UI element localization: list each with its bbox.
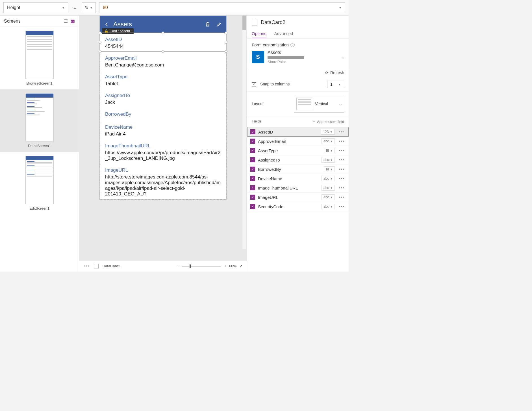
field-more-button[interactable]: •••	[338, 158, 346, 162]
formula-bar: Height ▼ = fx ▼ 80 ▼	[0, 0, 349, 16]
chevron-down-icon[interactable]: ⌵	[342, 55, 344, 59]
field-type-selector[interactable]: 123▼	[321, 129, 335, 135]
field-type-selector[interactable]: abc▼	[322, 194, 335, 200]
data-card[interactable]: ImageThumbnailURLhttps://www.apple.com/b…	[100, 139, 226, 163]
datasource-type: SharePoint	[268, 60, 338, 64]
breadcrumb-label[interactable]: DataCard2	[103, 264, 120, 268]
snap-checkbox[interactable]	[252, 82, 256, 87]
chevron-down-icon: ▼	[62, 6, 65, 9]
field-checkbox[interactable]: ✓	[250, 148, 255, 153]
back-icon[interactable]	[104, 22, 109, 27]
field-checkbox[interactable]: ✓	[250, 129, 255, 134]
selection-handle[interactable]	[99, 31, 101, 34]
field-more-button[interactable]: •••	[338, 139, 346, 143]
chevron-down-icon: ▼	[330, 149, 333, 152]
more-icon[interactable]: •••	[84, 264, 90, 268]
zoom-slider[interactable]	[182, 266, 221, 266]
detail-form[interactable]: AssetID4545444ApproverEmailBen.Change@co…	[100, 33, 226, 199]
chevron-down-icon: ▼	[330, 158, 333, 162]
screen-thumb-detail[interactable]: DetailScreen1	[0, 89, 79, 152]
refresh-button[interactable]: ⟳ Refresh	[247, 68, 349, 77]
field-row[interactable]: ✓AssetID123▼•••	[247, 127, 349, 137]
field-row[interactable]: ✓ImageURLabc▼•••	[247, 193, 349, 202]
trash-icon[interactable]	[205, 21, 210, 27]
field-row[interactable]: ✓ApproverEmailabc▼•••	[247, 137, 349, 146]
field-value: Tablet	[105, 81, 221, 87]
grid-view-icon[interactable]: ▦	[71, 18, 75, 24]
field-checkbox[interactable]: ✓	[250, 157, 255, 162]
datasource-row[interactable]: S Assets SharePoint ⌵	[252, 50, 344, 64]
field-checkbox[interactable]: ✓	[250, 185, 255, 190]
columns-select[interactable]: 1 ▼	[327, 81, 344, 88]
snap-to-columns-row: Snap to columns 1 ▼	[247, 77, 349, 92]
data-card[interactable]: AssetTypeTablet	[100, 70, 226, 89]
screen-thumb-browse[interactable]: BrowseScreen1	[0, 27, 79, 89]
field-more-button[interactable]: •••	[338, 167, 346, 171]
field-row[interactable]: ✓SecurityCodeabc▼•••	[247, 202, 349, 211]
field-type-selector[interactable]: abc▼	[322, 157, 335, 163]
element-checkbox[interactable]	[252, 20, 257, 25]
field-type-selector[interactable]: abc▼	[322, 204, 335, 209]
field-name: AssignedTo	[258, 158, 319, 162]
screen-thumb-edit[interactable]: EditScreen1	[0, 152, 79, 214]
field-checkbox[interactable]: ✓	[250, 139, 255, 144]
field-more-button[interactable]: •••	[338, 176, 346, 181]
field-checkbox[interactable]: ✓	[250, 167, 255, 172]
field-type-selector[interactable]: ⊞▼	[324, 166, 335, 172]
fit-screen-icon[interactable]: ⤢	[239, 264, 242, 268]
field-more-button[interactable]: •••	[338, 195, 346, 199]
data-card[interactable]: AssetID4545444	[100, 33, 226, 52]
field-row[interactable]: ✓AssignedToabc▼•••	[247, 155, 349, 165]
field-more-button[interactable]: •••	[338, 186, 346, 190]
data-card[interactable]: DeviceNameiPad Air 4	[100, 120, 226, 139]
zoom-in-button[interactable]: +	[224, 264, 226, 268]
vertical-scrollbar[interactable]	[242, 16, 246, 249]
data-card[interactable]: BorrowedBy	[100, 107, 226, 120]
field-checkbox[interactable]: ✓	[250, 204, 255, 209]
field-row[interactable]: ✓BorrowedBy⊞▼•••	[247, 165, 349, 174]
field-more-button[interactable]: •••	[338, 204, 346, 209]
data-card[interactable]: ApproverEmailBen.Change@contoso.com	[100, 51, 226, 70]
selection-handle[interactable]	[162, 31, 164, 34]
chevron-down-icon: ▼	[330, 186, 333, 190]
layout-label: Layout	[252, 102, 264, 106]
list-view-icon[interactable]: ☰	[64, 18, 68, 24]
field-type-selector[interactable]: abc▼	[322, 138, 335, 144]
selection-handle[interactable]	[99, 50, 101, 53]
fx-button[interactable]: fx ▼	[82, 2, 96, 13]
scrollbar-thumb[interactable]	[242, 16, 246, 30]
field-label: AssetType	[105, 74, 221, 80]
field-label: DeviceName	[105, 124, 221, 130]
formula-input[interactable]: 80 ▼	[99, 2, 345, 13]
zoom-out-button[interactable]: −	[177, 264, 179, 268]
field-type-selector[interactable]: ⊞▼	[324, 148, 335, 153]
add-custom-field-button[interactable]: ＋ Add custom field	[312, 119, 344, 124]
field-checkbox[interactable]: ✓	[250, 176, 255, 181]
chevron-down-icon[interactable]: ⌵	[339, 102, 342, 106]
field-type-selector[interactable]: abc▼	[322, 185, 335, 191]
layout-thumbnail	[296, 98, 312, 110]
field-more-button[interactable]: •••	[338, 148, 346, 153]
field-more-button[interactable]: •••	[337, 130, 346, 134]
help-icon[interactable]: ?	[290, 43, 295, 47]
property-selector[interactable]: Height ▼	[3, 2, 68, 13]
data-card[interactable]: ImageURLhttp://store.storeimages.cdn-app…	[100, 163, 226, 199]
tab-advanced[interactable]: Advanced	[274, 29, 293, 38]
tab-options[interactable]: Options	[252, 29, 266, 38]
field-checkbox[interactable]: ✓	[250, 195, 255, 200]
selection-handle[interactable]	[225, 41, 227, 44]
chevron-down-icon: ▼	[90, 6, 93, 9]
field-name: AssetType	[258, 148, 321, 153]
data-card[interactable]: AssignedToJack	[100, 89, 226, 107]
selection-handle[interactable]	[162, 50, 164, 53]
selection-handle[interactable]	[225, 31, 227, 34]
field-row[interactable]: ✓DeviceNameabc▼•••	[247, 174, 349, 183]
field-row[interactable]: ✓ImageThumbnailURLabc▼•••	[247, 183, 349, 193]
sharepoint-icon: S	[252, 51, 264, 63]
breadcrumb-checkbox[interactable]	[94, 264, 99, 268]
field-row[interactable]: ✓AssetType⊞▼•••	[247, 146, 349, 155]
field-type-selector[interactable]: abc▼	[322, 176, 335, 181]
edit-icon[interactable]	[216, 21, 222, 27]
selection-handle[interactable]	[99, 41, 101, 44]
selection-handle[interactable]	[225, 50, 227, 53]
